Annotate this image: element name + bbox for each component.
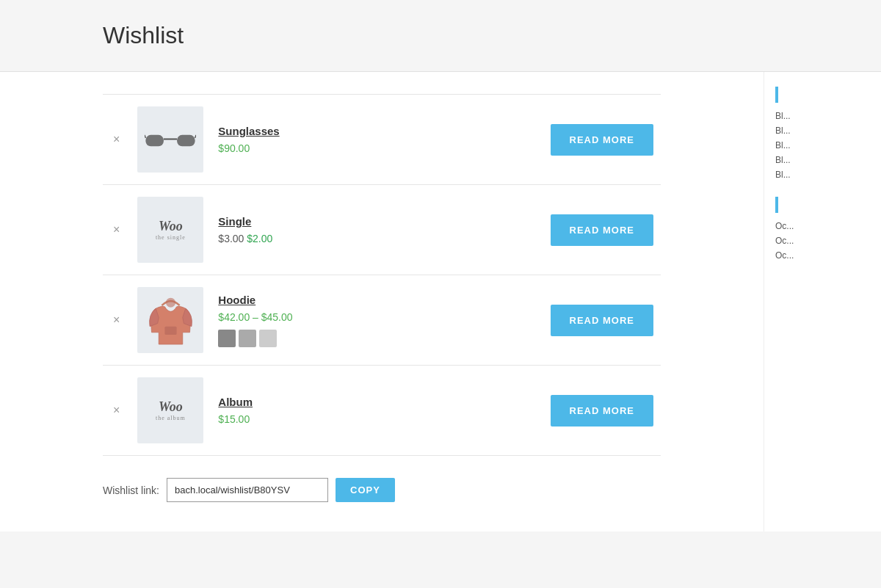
woo-text-album: Woo [159, 399, 183, 415]
sidebar-item-7[interactable]: Oc... [775, 233, 870, 248]
woo-subtext: the single [156, 234, 186, 241]
sidebar-section-header [775, 87, 870, 103]
sidebar-blue-bar [775, 87, 778, 103]
read-more-button-album[interactable]: READ MORE [551, 395, 653, 427]
wishlist-link-input[interactable] [167, 478, 328, 502]
content-area: × S [0, 72, 764, 531]
wishlist-link-label: Wishlist link: [103, 484, 159, 496]
product-image-album: Woo the album [137, 377, 203, 443]
product-price-single: $3.00 $2.00 [218, 233, 272, 244]
product-price-sunglasses: $90.00 [218, 142, 250, 154]
svg-rect-5 [164, 326, 176, 334]
read-more-button-single[interactable]: READ MORE [551, 214, 653, 246]
sidebar-item-3[interactable]: Bl... [775, 138, 870, 153]
remove-button-sunglasses[interactable]: × [110, 131, 123, 148]
remove-button-album[interactable]: × [110, 402, 123, 419]
table-row: × Woo the single Single $3.00 [103, 185, 661, 275]
product-price-album: $15.00 [218, 413, 250, 425]
sidebar-section-2: Oc... Oc... Oc... [775, 197, 870, 263]
svg-point-6 [166, 297, 175, 307]
swatch-dark[interactable] [218, 330, 236, 347]
sidebar-item-2[interactable]: Bl... [775, 123, 870, 138]
remove-button-single[interactable]: × [110, 221, 123, 239]
product-image-sunglasses [137, 106, 203, 173]
price-original-single: $3.00 [218, 233, 247, 244]
color-swatches-hoodie [218, 330, 397, 347]
woo-album-image: Woo the album [141, 381, 200, 440]
sidebar-item-1[interactable]: Bl... [775, 109, 870, 123]
read-more-button-hoodie[interactable]: READ MORE [551, 305, 653, 336]
sidebar-item-6[interactable]: Oc... [775, 219, 870, 233]
read-more-button-sunglasses[interactable]: READ MORE [551, 124, 653, 156]
table-row: × Woo the album Album $15.00 [103, 366, 661, 456]
woo-subtext-album: the album [156, 415, 186, 421]
sidebar-blue-bar-2 [775, 197, 778, 213]
sunglasses-svg [145, 123, 196, 156]
product-image-hoodie [137, 287, 203, 353]
product-name-single[interactable]: Single [218, 215, 397, 228]
wishlist-table: × S [103, 94, 661, 456]
price-sale-single: $2.00 [247, 233, 272, 244]
page-header: Wishlist [0, 0, 881, 72]
table-row: × S [103, 95, 661, 185]
copy-button[interactable]: COPY [336, 478, 395, 502]
sidebar-item-4[interactable]: Bl... [775, 153, 870, 167]
product-name-hoodie[interactable]: Hoodie [218, 294, 397, 306]
product-name-album[interactable]: Album [218, 396, 397, 408]
product-name-sunglasses[interactable]: Sunglasses [218, 125, 397, 137]
svg-rect-1 [177, 134, 195, 145]
swatch-light[interactable] [259, 330, 277, 347]
sidebar: Bl... Bl... Bl... Bl... Bl... Oc... Oc..… [764, 72, 881, 531]
page-title: Wishlist [103, 22, 778, 49]
svg-rect-0 [146, 134, 164, 145]
woo-single-image: Woo the single [141, 200, 200, 259]
sidebar-section-recent: Bl... Bl... Bl... Bl... Bl... [775, 87, 870, 182]
table-row: × [103, 275, 661, 366]
product-price-hoodie: $42.00 – $45.00 [218, 311, 292, 323]
main-layout: × S [0, 72, 881, 531]
sidebar-section-header-2 [775, 197, 870, 213]
sidebar-item-8[interactable]: Oc... [775, 248, 870, 263]
svg-line-4 [195, 134, 196, 137]
woo-text: Woo [159, 219, 183, 234]
product-image-single: Woo the single [137, 197, 203, 263]
sidebar-item-5[interactable]: Bl... [775, 167, 870, 182]
swatch-medium[interactable] [239, 330, 256, 347]
wishlist-link-section: Wishlist link: COPY [103, 478, 661, 502]
svg-line-3 [145, 134, 145, 137]
remove-button-hoodie[interactable]: × [110, 311, 123, 329]
hoodie-svg [147, 293, 195, 348]
